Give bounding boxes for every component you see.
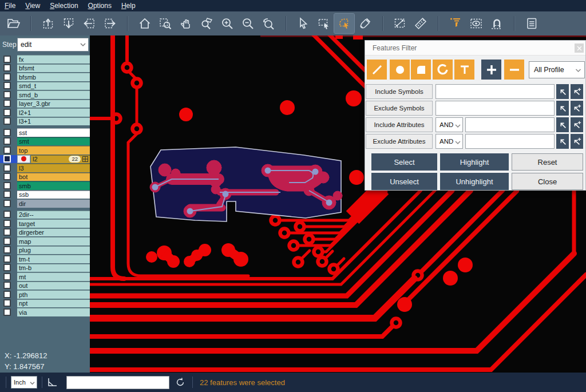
layer-checkbox[interactable]	[3, 191, 11, 198]
send-left-button[interactable]	[79, 14, 99, 33]
active-layer-indicator[interactable]	[17, 155, 30, 164]
layer-label-l3+1[interactable]: l3+1	[17, 117, 90, 126]
layer-label-smt[interactable]: smt	[17, 137, 90, 146]
layer-checkbox[interactable]	[3, 155, 11, 163]
layer-checkbox[interactable]	[3, 64, 11, 72]
layer-label-bfsmt[interactable]: bfsmt	[17, 64, 90, 73]
exclude-symbols-button[interactable]: Exclude Symbols	[366, 101, 433, 116]
zoom-window-button[interactable]	[155, 14, 175, 33]
exclude-attributes-operator[interactable]: AND	[435, 134, 463, 149]
exclude-symbols-input[interactable]	[435, 101, 555, 116]
layer-checkbox[interactable]	[3, 82, 11, 89]
layer-label-2dir--[interactable]: 2dir--	[17, 211, 90, 219]
grid-icon[interactable]	[82, 156, 88, 162]
command-input[interactable]	[66, 376, 169, 389]
layer-label-mt[interactable]: mt	[17, 272, 90, 281]
send-up-button[interactable]	[38, 14, 58, 33]
layer-checkbox[interactable]	[3, 117, 11, 125]
layer-label-l3[interactable]: l3	[17, 164, 90, 172]
report-list-button[interactable]	[521, 14, 541, 33]
close-button[interactable]: Close	[512, 173, 583, 190]
include-attributes-operator[interactable]: AND	[435, 117, 463, 132]
select-pointer-button[interactable]	[293, 14, 313, 33]
polygon-select-button[interactable]	[334, 14, 354, 33]
pick-symbol-button[interactable]	[556, 101, 569, 116]
layer-checkbox[interactable]	[3, 91, 11, 98]
layer-label-via[interactable]: via	[17, 308, 90, 316]
dialog-title-bar[interactable]: Features Filter	[365, 41, 585, 56]
layer-label-tm-t[interactable]: tm-t	[17, 255, 90, 263]
exclude-attributes-input[interactable]	[465, 134, 555, 149]
layer-checkbox[interactable]	[3, 246, 11, 254]
pick-symbol-button[interactable]	[556, 84, 569, 99]
layer-label-sst[interactable]: sst	[17, 128, 90, 137]
layer-label-smd_b[interactable]: smd_b	[17, 90, 90, 99]
home-view-button[interactable]	[134, 14, 155, 33]
features-filter-button[interactable]	[445, 14, 465, 33]
layer-checkbox[interactable]	[3, 237, 11, 245]
filter-add-button[interactable]	[481, 60, 501, 80]
filter-text-button[interactable]	[454, 60, 474, 80]
layer-label-l2+1[interactable]: l2+1	[17, 108, 90, 117]
snap-magnet-button[interactable]	[486, 14, 506, 33]
layer-label-out[interactable]: out	[17, 282, 90, 290]
layer-label-target[interactable]: target	[17, 219, 90, 228]
filter-remove-button[interactable]	[504, 60, 524, 80]
pick-attribute-add-button[interactable]	[571, 117, 583, 132]
layer-label-top[interactable]: top	[17, 146, 90, 155]
reset-button[interactable]: Reset	[512, 153, 583, 171]
filter-line-button[interactable]	[367, 60, 387, 80]
layer-checkbox[interactable]	[3, 109, 11, 116]
send-down-button[interactable]	[58, 14, 78, 33]
zoom-out-button[interactable]	[237, 14, 258, 33]
layer-checkbox[interactable]	[3, 228, 11, 236]
layer-label-bot[interactable]: bot	[17, 173, 90, 181]
layer-checkbox[interactable]	[3, 129, 11, 136]
include-attributes-input[interactable]	[465, 117, 555, 132]
layer-label-layer_3.gbr[interactable]: layer_3.gbr	[17, 100, 90, 108]
filter-pad-button[interactable]	[390, 60, 410, 80]
pick-attribute-add-button[interactable]	[571, 134, 583, 149]
layer-checkbox[interactable]	[3, 255, 11, 263]
zoom-selection-button[interactable]	[196, 14, 216, 33]
menu-item-view[interactable]: View	[25, 2, 40, 10]
unhighlight-button[interactable]: Unhighlight	[440, 173, 509, 190]
selection-region[interactable]	[150, 147, 342, 221]
menu-item-options[interactable]: Options	[88, 2, 112, 10]
layer-label-bfsmb[interactable]: bfsmb	[17, 73, 90, 81]
layer-checkbox[interactable]	[3, 264, 11, 271]
layer-checkbox[interactable]	[3, 137, 11, 145]
send-right-button[interactable]	[100, 14, 120, 33]
ruler-button[interactable]	[410, 14, 430, 33]
paint-brush-button[interactable]	[355, 14, 375, 33]
highlight-button[interactable]: Highlight	[440, 153, 509, 171]
layer-label-map[interactable]: map	[17, 237, 90, 246]
layer-label-dirgerber[interactable]: dirgerber	[17, 228, 90, 237]
menu-item-selection[interactable]: Selection	[50, 2, 78, 10]
layer-label-npt[interactable]: npt	[17, 299, 90, 308]
pick-symbol-add-button[interactable]	[571, 84, 583, 99]
angle-icon[interactable]	[47, 377, 58, 387]
open-folder-button[interactable]	[3, 14, 23, 33]
layer-checkbox[interactable]	[3, 173, 11, 180]
layer-label-smb[interactable]: smb	[17, 181, 90, 190]
select-button[interactable]: Select	[371, 153, 437, 171]
layer-checkbox[interactable]	[3, 211, 11, 218]
layer-label-smd_t[interactable]: smd_t	[17, 82, 90, 90]
pick-attribute-button[interactable]	[556, 134, 569, 149]
zoom-in-button[interactable]	[217, 14, 237, 33]
layer-label-dir[interactable]: dir	[17, 199, 90, 208]
layer-label-ssb[interactable]: ssb	[17, 191, 90, 199]
include-symbols-button[interactable]: Include Symbols	[366, 84, 433, 99]
layer-checkbox[interactable]	[3, 308, 11, 316]
filter-surface-button[interactable]	[411, 60, 431, 80]
unit-select[interactable]: Inch	[11, 376, 37, 389]
layer-checkbox[interactable]	[3, 291, 11, 298]
layer-checkbox[interactable]	[3, 273, 11, 280]
layer-checkbox[interactable]	[3, 200, 11, 207]
layer-label-l2[interactable]: l222	[31, 155, 90, 164]
exclude-attributes-button[interactable]: Exclude Attributes	[366, 134, 433, 149]
layer-checkbox[interactable]	[3, 299, 11, 307]
layer-checkbox[interactable]	[3, 73, 11, 81]
layer-label-plug[interactable]: plug	[17, 246, 90, 255]
